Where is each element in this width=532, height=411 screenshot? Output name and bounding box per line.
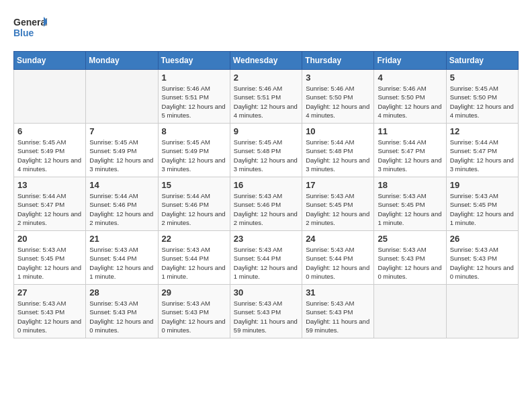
calendar-cell: 15Sunrise: 5:44 AM Sunset: 5:46 PM Dayli… bbox=[158, 177, 230, 231]
svg-text:Blue: Blue bbox=[13, 28, 34, 38]
calendar-cell bbox=[446, 285, 518, 338]
calendar-cell bbox=[14, 70, 86, 124]
day-number: 20 bbox=[17, 234, 82, 244]
calendar-cell: 28Sunrise: 5:43 AM Sunset: 5:43 PM Dayli… bbox=[86, 285, 158, 338]
day-info: Sunrise: 5:43 AM Sunset: 5:43 PM Dayligh… bbox=[17, 299, 82, 334]
calendar-cell: 4Sunrise: 5:46 AM Sunset: 5:50 PM Daylig… bbox=[374, 70, 446, 124]
calendar-cell: 3Sunrise: 5:46 AM Sunset: 5:50 PM Daylig… bbox=[302, 70, 374, 124]
day-info: Sunrise: 5:44 AM Sunset: 5:46 PM Dayligh… bbox=[162, 191, 226, 227]
calendar-cell: 23Sunrise: 5:43 AM Sunset: 5:44 PM Dayli… bbox=[230, 231, 302, 285]
day-info: Sunrise: 5:45 AM Sunset: 5:48 PM Dayligh… bbox=[234, 138, 298, 173]
calendar-cell: 24Sunrise: 5:43 AM Sunset: 5:44 PM Dayli… bbox=[302, 231, 374, 285]
weekday-row: SundayMondayTuesdayWednesdayThursdayFrid… bbox=[14, 52, 519, 70]
day-number: 9 bbox=[234, 126, 298, 136]
day-number: 17 bbox=[306, 180, 370, 190]
calendar-cell: 31Sunrise: 5:43 AM Sunset: 5:43 PM Dayli… bbox=[302, 285, 374, 338]
calendar-cell: 30Sunrise: 5:43 AM Sunset: 5:43 PM Dayli… bbox=[230, 285, 302, 338]
day-info: Sunrise: 5:43 AM Sunset: 5:45 PM Dayligh… bbox=[306, 191, 370, 227]
calendar-cell: 7Sunrise: 5:45 AM Sunset: 5:49 PM Daylig… bbox=[86, 124, 158, 177]
calendar-cell: 2Sunrise: 5:46 AM Sunset: 5:51 PM Daylig… bbox=[230, 70, 302, 124]
week-row-4: 20Sunrise: 5:43 AM Sunset: 5:45 PM Dayli… bbox=[14, 231, 519, 285]
day-number: 5 bbox=[450, 73, 515, 83]
calendar-cell: 25Sunrise: 5:43 AM Sunset: 5:43 PM Dayli… bbox=[374, 231, 446, 285]
day-number: 23 bbox=[234, 234, 298, 244]
day-info: Sunrise: 5:43 AM Sunset: 5:46 PM Dayligh… bbox=[234, 191, 298, 227]
calendar-cell: 14Sunrise: 5:44 AM Sunset: 5:46 PM Dayli… bbox=[86, 177, 158, 231]
day-number: 4 bbox=[378, 73, 442, 83]
day-number: 10 bbox=[306, 126, 370, 136]
day-number: 24 bbox=[306, 234, 370, 244]
week-row-2: 6Sunrise: 5:45 AM Sunset: 5:49 PM Daylig… bbox=[14, 124, 519, 177]
day-info: Sunrise: 5:46 AM Sunset: 5:51 PM Dayligh… bbox=[234, 84, 298, 120]
day-info: Sunrise: 5:43 AM Sunset: 5:43 PM Dayligh… bbox=[234, 299, 298, 334]
weekday-header-thursday: Thursday bbox=[302, 52, 374, 70]
calendar-cell: 10Sunrise: 5:44 AM Sunset: 5:48 PM Dayli… bbox=[302, 124, 374, 177]
calendar-cell: 19Sunrise: 5:43 AM Sunset: 5:45 PM Dayli… bbox=[446, 177, 518, 231]
day-number: 15 bbox=[162, 180, 226, 190]
calendar-table: SundayMondayTuesdayWednesdayThursdayFrid… bbox=[13, 51, 519, 338]
day-info: Sunrise: 5:46 AM Sunset: 5:50 PM Dayligh… bbox=[306, 84, 370, 120]
day-info: Sunrise: 5:43 AM Sunset: 5:43 PM Dayligh… bbox=[450, 245, 515, 281]
logo: General Blue bbox=[13, 13, 47, 40]
day-number: 29 bbox=[162, 287, 226, 298]
day-number: 13 bbox=[17, 180, 82, 190]
weekday-header-wednesday: Wednesday bbox=[230, 52, 302, 70]
day-info: Sunrise: 5:45 AM Sunset: 5:49 PM Dayligh… bbox=[17, 138, 82, 173]
weekday-header-tuesday: Tuesday bbox=[158, 52, 230, 70]
day-info: Sunrise: 5:43 AM Sunset: 5:43 PM Dayligh… bbox=[306, 299, 370, 334]
calendar-cell: 6Sunrise: 5:45 AM Sunset: 5:49 PM Daylig… bbox=[14, 124, 86, 177]
calendar-cell: 8Sunrise: 5:45 AM Sunset: 5:49 PM Daylig… bbox=[158, 124, 230, 177]
calendar-cell: 13Sunrise: 5:44 AM Sunset: 5:47 PM Dayli… bbox=[14, 177, 86, 231]
day-number: 8 bbox=[162, 126, 226, 136]
calendar-cell bbox=[86, 70, 158, 124]
day-info: Sunrise: 5:43 AM Sunset: 5:44 PM Dayligh… bbox=[234, 245, 298, 281]
calendar-cell: 20Sunrise: 5:43 AM Sunset: 5:45 PM Dayli… bbox=[14, 231, 86, 285]
day-info: Sunrise: 5:43 AM Sunset: 5:45 PM Dayligh… bbox=[17, 245, 82, 281]
day-number: 31 bbox=[306, 287, 370, 298]
weekday-header-saturday: Saturday bbox=[446, 52, 518, 70]
weekday-header-monday: Monday bbox=[86, 52, 158, 70]
day-info: Sunrise: 5:44 AM Sunset: 5:48 PM Dayligh… bbox=[306, 138, 370, 173]
day-number: 1 bbox=[162, 73, 226, 83]
day-number: 26 bbox=[450, 234, 515, 244]
calendar-cell: 16Sunrise: 5:43 AM Sunset: 5:46 PM Dayli… bbox=[230, 177, 302, 231]
calendar-cell: 5Sunrise: 5:45 AM Sunset: 5:50 PM Daylig… bbox=[446, 70, 518, 124]
day-info: Sunrise: 5:44 AM Sunset: 5:47 PM Dayligh… bbox=[378, 138, 442, 173]
day-info: Sunrise: 5:44 AM Sunset: 5:47 PM Dayligh… bbox=[17, 191, 82, 227]
calendar-cell: 18Sunrise: 5:43 AM Sunset: 5:45 PM Dayli… bbox=[374, 177, 446, 231]
day-info: Sunrise: 5:45 AM Sunset: 5:49 PM Dayligh… bbox=[162, 138, 226, 173]
calendar-cell: 27Sunrise: 5:43 AM Sunset: 5:43 PM Dayli… bbox=[14, 285, 86, 338]
day-info: Sunrise: 5:43 AM Sunset: 5:44 PM Dayligh… bbox=[306, 245, 370, 281]
svg-text:General: General bbox=[13, 17, 47, 28]
day-info: Sunrise: 5:43 AM Sunset: 5:44 PM Dayligh… bbox=[162, 245, 226, 281]
day-number: 11 bbox=[378, 126, 442, 136]
calendar-body: 1Sunrise: 5:46 AM Sunset: 5:51 PM Daylig… bbox=[14, 70, 519, 338]
calendar-header: SundayMondayTuesdayWednesdayThursdayFrid… bbox=[14, 52, 519, 70]
day-info: Sunrise: 5:43 AM Sunset: 5:45 PM Dayligh… bbox=[450, 191, 515, 227]
calendar-cell: 26Sunrise: 5:43 AM Sunset: 5:43 PM Dayli… bbox=[446, 231, 518, 285]
day-number: 16 bbox=[234, 180, 298, 190]
calendar-cell: 12Sunrise: 5:44 AM Sunset: 5:47 PM Dayli… bbox=[446, 124, 518, 177]
calendar-cell: 29Sunrise: 5:43 AM Sunset: 5:43 PM Dayli… bbox=[158, 285, 230, 338]
calendar-cell: 17Sunrise: 5:43 AM Sunset: 5:45 PM Dayli… bbox=[302, 177, 374, 231]
day-number: 3 bbox=[306, 73, 370, 83]
calendar-cell: 9Sunrise: 5:45 AM Sunset: 5:48 PM Daylig… bbox=[230, 124, 302, 177]
week-row-3: 13Sunrise: 5:44 AM Sunset: 5:47 PM Dayli… bbox=[14, 177, 519, 231]
day-number: 18 bbox=[378, 180, 442, 190]
day-number: 28 bbox=[89, 287, 154, 298]
day-info: Sunrise: 5:46 AM Sunset: 5:50 PM Dayligh… bbox=[378, 84, 442, 120]
day-number: 7 bbox=[89, 126, 154, 136]
day-number: 21 bbox=[89, 234, 154, 244]
day-info: Sunrise: 5:43 AM Sunset: 5:44 PM Dayligh… bbox=[89, 245, 154, 281]
day-info: Sunrise: 5:44 AM Sunset: 5:47 PM Dayligh… bbox=[450, 138, 515, 173]
day-info: Sunrise: 5:44 AM Sunset: 5:46 PM Dayligh… bbox=[89, 191, 154, 227]
day-info: Sunrise: 5:43 AM Sunset: 5:43 PM Dayligh… bbox=[162, 299, 226, 334]
day-number: 6 bbox=[17, 126, 82, 136]
day-number: 12 bbox=[450, 126, 515, 136]
day-info: Sunrise: 5:45 AM Sunset: 5:50 PM Dayligh… bbox=[450, 84, 515, 120]
calendar-cell bbox=[374, 285, 446, 338]
day-info: Sunrise: 5:43 AM Sunset: 5:43 PM Dayligh… bbox=[89, 299, 154, 334]
day-info: Sunrise: 5:46 AM Sunset: 5:51 PM Dayligh… bbox=[162, 84, 226, 120]
day-info: Sunrise: 5:43 AM Sunset: 5:43 PM Dayligh… bbox=[378, 245, 442, 281]
day-number: 22 bbox=[162, 234, 226, 244]
